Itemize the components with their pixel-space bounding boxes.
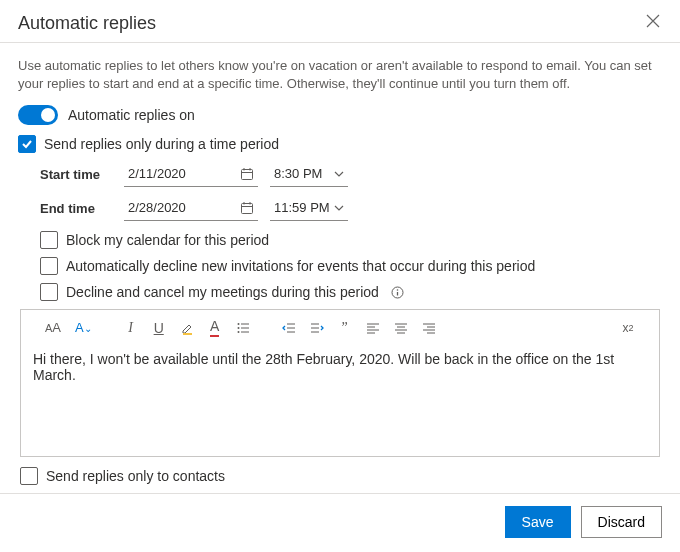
svg-rect-4	[242, 203, 253, 213]
close-button[interactable]	[644, 10, 662, 36]
start-hour-select[interactable]: 8:30 PM	[270, 161, 348, 187]
end-hour-select[interactable]: 11:59 PM	[270, 195, 348, 221]
indent-button[interactable]	[310, 321, 324, 335]
svg-point-9	[397, 289, 399, 291]
auto-decline-label: Automatically decline new invitations fo…	[66, 258, 535, 274]
time-period-label: Send replies only during a time period	[44, 136, 279, 152]
highlight-button[interactable]	[180, 321, 194, 335]
end-date-value: 2/28/2020	[128, 200, 186, 215]
font-increase-icon: AA	[45, 320, 61, 335]
align-left-button[interactable]	[366, 321, 380, 335]
message-textarea[interactable]: Hi there, I won't be available until the…	[21, 345, 659, 389]
quote-button[interactable]: ”	[338, 320, 352, 336]
outdent-button[interactable]	[282, 321, 296, 335]
cancel-meetings-checkbox[interactable]	[40, 283, 58, 301]
auto-replies-toggle[interactable]	[18, 105, 58, 125]
superscript-button[interactable]: x2	[621, 321, 635, 335]
italic-button[interactable]: I	[124, 320, 138, 336]
message-editor: AA A⌄ I U A ”	[20, 309, 660, 457]
highlight-icon	[180, 321, 194, 335]
font-increase-button[interactable]: AA	[45, 320, 61, 335]
align-left-icon	[366, 321, 380, 335]
align-right-button[interactable]	[422, 321, 436, 335]
block-calendar-label: Block my calendar for this period	[66, 232, 269, 248]
start-date-value: 2/11/2020	[128, 166, 186, 181]
align-right-icon	[422, 321, 436, 335]
svg-point-16	[237, 331, 239, 333]
underline-button[interactable]: U	[152, 320, 166, 336]
end-hour-value: 11:59 PM	[274, 200, 330, 215]
start-time-row: Start time 2/11/2020 8:30 PM	[40, 161, 662, 187]
end-time-label: End time	[40, 201, 112, 216]
bullet-list-button[interactable]	[236, 321, 250, 335]
end-date-input[interactable]: 2/28/2020	[124, 195, 258, 221]
calendar-icon	[240, 167, 254, 181]
editor-toolbar: AA A⌄ I U A ”	[21, 310, 659, 345]
contacts-only-label: Send replies only to contacts	[46, 468, 225, 484]
end-time-row: End time 2/28/2020 11:59 PM	[40, 195, 662, 221]
outdent-icon	[282, 321, 296, 335]
font-color-icon: A	[210, 318, 219, 337]
close-icon	[646, 14, 660, 28]
align-center-button[interactable]	[394, 321, 408, 335]
svg-point-12	[237, 323, 239, 325]
cancel-meetings-label: Decline and cancel my meetings during th…	[66, 284, 379, 300]
save-button[interactable]: Save	[505, 506, 571, 538]
start-time-label: Start time	[40, 167, 112, 182]
start-date-input[interactable]: 2/11/2020	[124, 161, 258, 187]
svg-rect-0	[242, 169, 253, 179]
start-hour-value: 8:30 PM	[274, 166, 322, 181]
dialog-footer: Save Discard	[0, 493, 680, 552]
font-decrease-icon: A⌄	[75, 320, 92, 335]
align-center-icon	[394, 321, 408, 335]
toggle-knob	[41, 108, 55, 122]
block-calendar-checkbox[interactable]	[40, 231, 58, 249]
description-text: Use automatic replies to let others know…	[18, 57, 662, 93]
indent-icon	[310, 321, 324, 335]
chevron-down-icon	[334, 203, 344, 213]
info-icon[interactable]	[391, 286, 404, 299]
time-period-checkbox[interactable]	[18, 135, 36, 153]
bullets-icon	[236, 321, 250, 335]
chevron-down-icon	[334, 169, 344, 179]
dialog-title: Automatic replies	[18, 13, 156, 34]
calendar-icon	[240, 201, 254, 215]
auto-replies-toggle-label: Automatic replies on	[68, 107, 195, 123]
auto-decline-checkbox[interactable]	[40, 257, 58, 275]
font-color-button[interactable]: A	[208, 318, 222, 337]
discard-button[interactable]: Discard	[581, 506, 662, 538]
svg-point-14	[237, 327, 239, 329]
font-decrease-button[interactable]: A⌄	[75, 320, 92, 335]
contacts-only-checkbox[interactable]	[20, 467, 38, 485]
